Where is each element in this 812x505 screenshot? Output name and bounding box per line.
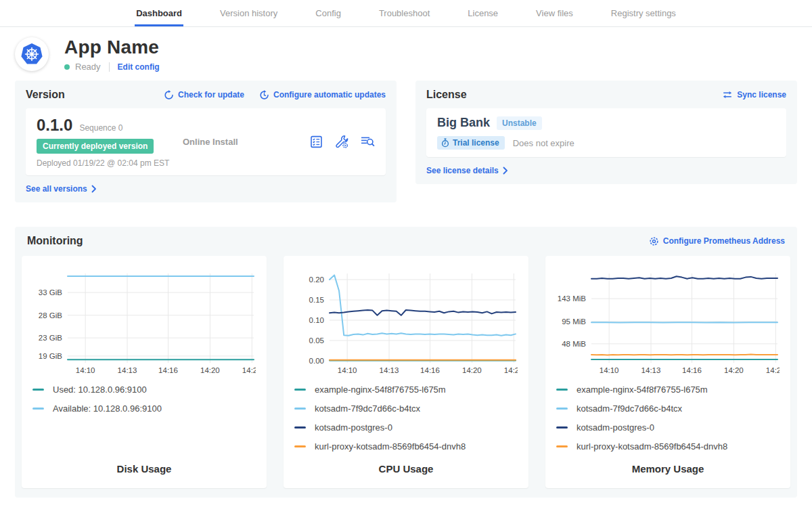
svg-text:143 MiB: 143 MiB [558, 294, 587, 303]
memory-chart-title: Memory Usage [556, 463, 780, 479]
legend-dash-icon [294, 389, 306, 391]
chevron-right-icon [503, 167, 508, 175]
gear-icon [649, 236, 659, 246]
svg-text:14:13: 14:13 [380, 366, 399, 374]
current-version-panel: 0.1.0 Sequence 0 Currently deployed vers… [26, 108, 386, 175]
tab-config[interactable]: Config [314, 0, 342, 26]
license-card: License Sync license Big Bank Unstable [415, 81, 797, 184]
tab-view-files[interactable]: View files [535, 0, 574, 26]
edit-config-wrench-icon[interactable] [334, 135, 349, 149]
svg-text:0.00: 0.00 [309, 357, 324, 365]
legend-dash-icon [294, 408, 306, 410]
legend-dash-icon [556, 445, 568, 447]
app-status: Ready [75, 62, 101, 72]
license-panel: Big Bank Unstable Trial license Does not… [426, 108, 786, 157]
legend-item: kotsadm-7f9dc7d66c-b4tcx [294, 403, 518, 414]
legend-dash-icon [556, 389, 568, 391]
legend-dash-icon [32, 389, 44, 391]
install-type-label: Online Install [183, 137, 309, 147]
version-card: Version Check for update [15, 81, 397, 202]
memory-chart: 14:1014:1314:1614:2014:23143 MiB95 MiB48… [556, 264, 780, 378]
legend-dash-icon [556, 426, 568, 429]
svg-text:14:20: 14:20 [724, 366, 744, 374]
legend-label: example-nginx-54f8f76755-l675m [315, 385, 446, 395]
svg-text:14:10: 14:10 [76, 366, 95, 374]
customer-name: Big Bank [437, 116, 490, 130]
clock-schedule-icon [259, 90, 269, 100]
svg-text:14:23: 14:23 [504, 366, 518, 374]
legend-label: kotsadm-postgres-0 [315, 422, 392, 433]
refresh-icon [164, 90, 174, 100]
disk-chart-title: Disk Usage [32, 463, 256, 479]
svg-text:28 GiB: 28 GiB [39, 311, 62, 320]
legend-dash-icon [556, 408, 568, 410]
tab-dashboard[interactable]: Dashboard [135, 0, 183, 26]
legend-label: kotsadm-7f9dc7d66c-b4tcx [315, 403, 420, 414]
chevron-right-icon [91, 185, 97, 193]
sync-license-link[interactable]: Sync license [722, 90, 786, 100]
svg-text:23 GiB: 23 GiB [39, 334, 62, 342]
svg-text:0.20: 0.20 [309, 276, 324, 284]
monitoring-section: Monitoring Configure Prometheus Address … [15, 227, 797, 498]
legend-label: example-nginx-54f8f76755-l675m [577, 385, 708, 395]
channel-badge: Unstable [497, 116, 542, 130]
app-header: App Name Ready Edit config [0, 37, 812, 72]
legend-dash-icon [294, 445, 306, 447]
cpu-chart-card: 14:1014:1314:1614:2014:230.200.150.100.0… [284, 256, 528, 488]
legend-item: Used: 10.128.0.96:9100 [32, 385, 256, 395]
sync-arrows-icon [722, 91, 733, 99]
check-for-update-link[interactable]: Check for update [164, 90, 244, 100]
svg-text:14:20: 14:20 [462, 366, 482, 374]
svg-text:0.15: 0.15 [309, 296, 324, 304]
disk-legend: Used: 10.128.0.96:9100Available: 10.128.… [32, 385, 256, 422]
memory-legend: example-nginx-54f8f76755-l675mkotsadm-7f… [556, 385, 780, 460]
legend-label: kurl-proxy-kotsadm-8569fb6454-dnvh8 [315, 441, 466, 452]
tab-version-history[interactable]: Version history [219, 0, 279, 26]
see-all-versions-link[interactable]: See all versions [26, 184, 97, 194]
svg-text:95 MiB: 95 MiB [562, 317, 586, 326]
configure-prometheus-link[interactable]: Configure Prometheus Address [649, 236, 785, 246]
legend-item: kotsadm-7f9dc7d66c-b4tcx [556, 403, 780, 414]
legend-item: Available: 10.128.0.96:9100 [32, 403, 256, 414]
legend-item: example-nginx-54f8f76755-l675m [556, 385, 780, 395]
top-nav: DashboardVersion historyConfigTroublesho… [0, 0, 812, 27]
tab-license[interactable]: License [466, 0, 499, 26]
tab-troubleshoot[interactable]: Troubleshoot [378, 0, 431, 26]
svg-text:48 MiB: 48 MiB [562, 340, 586, 348]
divider [109, 62, 110, 72]
deployed-timestamp: Deployed 01/19/22 @ 02:04 pm EST [37, 158, 183, 168]
svg-text:14:10: 14:10 [338, 366, 357, 374]
version-number: 0.1.0 [37, 116, 72, 135]
tab-registry-settings[interactable]: Registry settings [610, 0, 677, 26]
svg-text:14:20: 14:20 [200, 366, 220, 374]
legend-item: kurl-proxy-kotsadm-8569fb6454-dnvh8 [556, 441, 780, 452]
preflight-checks-icon[interactable] [309, 135, 323, 149]
trial-license-badge: Trial license [437, 136, 505, 150]
legend-label: kotsadm-7f9dc7d66c-b4tcx [577, 403, 682, 414]
see-license-details-link[interactable]: See license details [426, 166, 508, 175]
legend-item: kotsadm-postgres-0 [556, 422, 780, 433]
legend-item: example-nginx-54f8f76755-l675m [294, 385, 518, 395]
legend-dash-icon [32, 408, 44, 410]
svg-text:19 GiB: 19 GiB [39, 352, 62, 360]
edit-config-link[interactable]: Edit config [118, 62, 160, 72]
svg-text:14:16: 14:16 [420, 366, 440, 374]
status-dot-icon [64, 64, 70, 70]
monitoring-title: Monitoring [27, 235, 83, 247]
cpu-legend: example-nginx-54f8f76755-l675mkotsadm-7f… [294, 385, 518, 460]
memory-chart-card: 14:1014:1314:1614:2014:23143 MiB95 MiB48… [545, 256, 790, 488]
svg-text:33 GiB: 33 GiB [39, 288, 62, 297]
legend-dash-icon [294, 426, 306, 429]
deploy-logs-icon[interactable] [360, 135, 375, 148]
svg-text:14:23: 14:23 [242, 366, 256, 374]
charts-row: 14:1014:1314:1614:2014:2333 GiB28 GiB23 … [22, 256, 790, 488]
legend-item: kurl-proxy-kotsadm-8569fb6454-dnvh8 [294, 441, 518, 452]
legend-label: kotsadm-postgres-0 [577, 422, 654, 433]
license-expiry: Does not expire [513, 138, 574, 148]
deployed-version-badge: Currently deployed version [37, 139, 154, 154]
svg-text:14:13: 14:13 [641, 366, 661, 374]
disk-chart-card: 14:1014:1314:1614:2014:2333 GiB28 GiB23 … [22, 256, 267, 488]
svg-text:0.05: 0.05 [309, 336, 324, 345]
legend-label: Used: 10.128.0.96:9100 [53, 385, 147, 395]
configure-automatic-updates-link[interactable]: Configure automatic updates [259, 90, 386, 100]
